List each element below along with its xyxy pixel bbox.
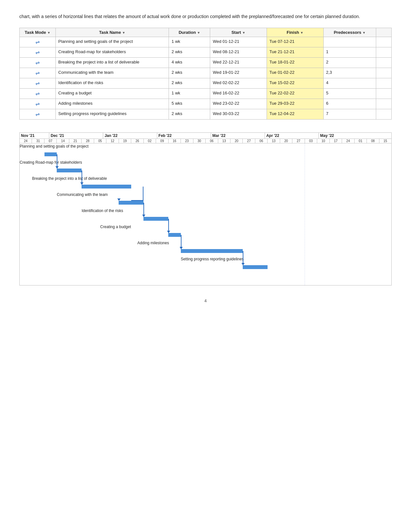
page-number: 4 bbox=[19, 298, 392, 303]
task-start-cell: Wed 19-01-22 bbox=[210, 68, 267, 78]
task-duration-cell: 4 wks bbox=[169, 58, 210, 68]
gantt-arrow bbox=[180, 247, 183, 249]
gantt-task-label: Adding milestones bbox=[137, 241, 169, 245]
task-start-cell: Wed 23-02-22 bbox=[210, 99, 267, 109]
gantt-grid-line bbox=[305, 143, 305, 285]
gantt-month-label: May '22 bbox=[319, 133, 356, 139]
task-predecessors-cell: 7 bbox=[323, 109, 376, 120]
gantt-arrow bbox=[241, 263, 245, 265]
task-table: Task Mode ▼ Task Name ▼ Duration ▼ Start… bbox=[19, 28, 392, 120]
gantt-week-label: 27 bbox=[292, 139, 305, 143]
task-extra-cell bbox=[376, 68, 392, 78]
task-predecessors-cell bbox=[323, 37, 376, 47]
gantt-bar bbox=[44, 152, 57, 156]
gantt-row: Identification of the risks bbox=[20, 208, 391, 224]
gantt-week-label: 05 bbox=[94, 139, 106, 143]
table-row: ⇌ Creating a budget 1 wk Wed 16-02-22 Tu… bbox=[20, 89, 392, 99]
task-start-cell: Wed 16-02-22 bbox=[210, 89, 267, 99]
gantt-month-label: Nov '21 bbox=[20, 133, 49, 139]
table-row: ⇌ Setting progress reporting guidelines … bbox=[20, 109, 392, 120]
task-start-cell: Wed 08-12-21 bbox=[210, 47, 267, 58]
task-name-cell: Identification of the risks bbox=[55, 78, 169, 89]
gantt-arrow bbox=[80, 182, 83, 185]
gantt-month-label: Jan '22 bbox=[103, 133, 157, 139]
gantt-bar bbox=[181, 249, 243, 253]
task-mode-cell: ⇌ bbox=[20, 68, 56, 78]
gantt-week-label: 13 bbox=[268, 139, 280, 143]
task-mode-cell: ⇌ bbox=[20, 78, 56, 89]
gantt-arrow bbox=[55, 166, 59, 169]
task-extra-cell bbox=[376, 78, 392, 89]
task-mode-icon: ⇌ bbox=[35, 91, 40, 97]
gantt-week-label: 23 bbox=[181, 139, 193, 143]
col-header-extra bbox=[376, 28, 392, 37]
gantt-chart: Nov '21Dec '21Jan '22Feb '22Mar '22Apr '… bbox=[19, 132, 392, 285]
gantt-bar bbox=[168, 233, 181, 237]
gantt-week-label: 07 bbox=[44, 139, 57, 143]
gantt-week-label: 02 bbox=[144, 139, 156, 143]
task-start-cell: Wed 22-12-21 bbox=[210, 58, 267, 68]
gantt-week-label: 26 bbox=[131, 139, 143, 143]
task-mode-icon: ⇌ bbox=[35, 70, 40, 76]
task-name-cell: Planning and setting goals of the projec… bbox=[55, 37, 169, 47]
gantt-bar bbox=[57, 169, 82, 172]
task-extra-cell bbox=[376, 58, 392, 68]
gantt-arrow bbox=[142, 215, 145, 217]
task-extra-cell bbox=[376, 37, 392, 47]
task-mode-icon: ⇌ bbox=[35, 49, 40, 55]
gantt-week-label: 01 bbox=[355, 139, 367, 143]
gantt-month-label: Dec '21 bbox=[49, 133, 103, 139]
task-start-cell: Wed 30-03-22 bbox=[210, 109, 267, 120]
gantt-week-label: 16 bbox=[169, 139, 181, 143]
gantt-week-label: 13 bbox=[218, 139, 230, 143]
task-name-cell: Breaking the project into a list of deli… bbox=[55, 58, 169, 68]
task-finish-cell: Tue 12-04-22 bbox=[267, 109, 323, 120]
task-mode-cell: ⇌ bbox=[20, 58, 56, 68]
task-mode-icon: ⇌ bbox=[35, 60, 40, 66]
col-header-task-mode: Task Mode ▼ bbox=[20, 28, 56, 37]
task-duration-cell: 2 wks bbox=[169, 109, 210, 120]
task-predecessors-cell: 4 bbox=[323, 78, 376, 89]
gantt-row: Setting progress reporting guidelines bbox=[20, 256, 391, 272]
gantt-connector bbox=[131, 187, 143, 201]
task-predecessors-cell: 6 bbox=[323, 99, 376, 109]
gantt-bar bbox=[82, 185, 131, 189]
col-header-duration: Duration ▼ bbox=[169, 28, 210, 37]
task-finish-cell: Tue 01-02-22 bbox=[267, 68, 323, 78]
table-row: ⇌ Adding milestones 5 wks Wed 23-02-22 T… bbox=[20, 99, 392, 109]
gantt-week-label: 06 bbox=[255, 139, 268, 143]
task-mode-cell: ⇌ bbox=[20, 47, 56, 58]
gantt-week-label: 03 bbox=[305, 139, 317, 143]
task-name-cell: Creating Road-map for stakeholders bbox=[55, 47, 169, 58]
gantt-month-label: Apr '22 bbox=[265, 133, 319, 139]
table-row: ⇌ Planning and setting goals of the proj… bbox=[20, 37, 392, 47]
gantt-week-label: 28 bbox=[82, 139, 94, 143]
task-name-cell: Creating a budget bbox=[55, 89, 169, 99]
gantt-row: Creating Road-map for stakeholders bbox=[20, 160, 391, 176]
task-mode-cell: ⇌ bbox=[20, 109, 56, 120]
gantt-bar bbox=[243, 265, 268, 269]
task-extra-cell bbox=[376, 89, 392, 99]
gantt-row: Planning and setting goals of the projec… bbox=[20, 143, 391, 160]
task-finish-cell: Tue 22-02-22 bbox=[267, 89, 323, 99]
gantt-week-label: 10 bbox=[317, 139, 329, 143]
gantt-arrow bbox=[117, 198, 121, 201]
task-predecessors-cell: 2 bbox=[323, 58, 376, 68]
gantt-month-label: Feb '22 bbox=[157, 133, 211, 139]
col-header-predecessors: Predecessors ▼ bbox=[323, 28, 376, 37]
gantt-task-label: Planning and setting goals of the projec… bbox=[20, 144, 88, 149]
task-finish-cell: Tue 07-12-21 bbox=[267, 37, 323, 47]
task-mode-cell: ⇌ bbox=[20, 37, 56, 47]
gantt-bar bbox=[119, 201, 143, 205]
task-duration-cell: 1 wk bbox=[169, 89, 210, 99]
task-extra-cell bbox=[376, 99, 392, 109]
gantt-week-label: 24 bbox=[342, 139, 354, 143]
task-duration-cell: 1 wk bbox=[169, 37, 210, 47]
task-mode-icon: ⇌ bbox=[35, 80, 40, 86]
col-header-task-name: Task Name ▼ bbox=[55, 28, 169, 37]
gantt-week-label: 06 bbox=[206, 139, 218, 143]
gantt-week-label: 31 bbox=[32, 139, 44, 143]
intro-paragraph: chart, with a series of horizontal lines… bbox=[19, 13, 392, 20]
table-row: ⇌ Communicating with the team 2 wks Wed … bbox=[20, 68, 392, 78]
gantt-week-label: 21 bbox=[69, 139, 82, 143]
